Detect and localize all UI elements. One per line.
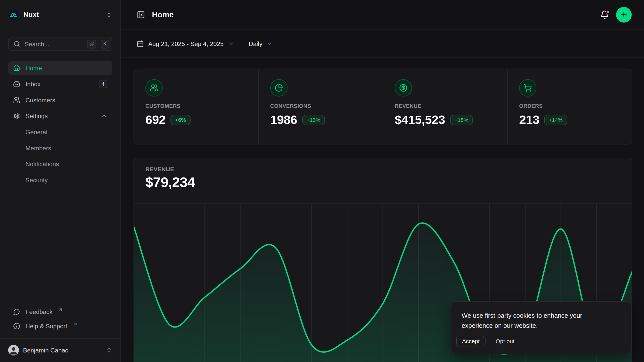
team-switcher[interactable]: Nuxt <box>8 6 112 24</box>
nuxt-logo-icon <box>8 10 19 20</box>
filters-toolbar: Aug 21, 2025 - Sep 4, 2025 Daily <box>121 30 644 57</box>
stat-label: CUSTOMERS <box>145 103 247 109</box>
app-window: Nuxt Search... ⌘ K Home <box>0 0 644 362</box>
sub-item-label: Security <box>25 176 48 184</box>
opt-out-button[interactable]: Opt out <box>493 337 517 345</box>
granularity-select[interactable]: Daily <box>249 40 272 47</box>
stat-label: CONVERSIONS <box>270 103 371 109</box>
help-support-label: Help & Support <box>25 323 67 330</box>
notification-dot <box>606 10 610 14</box>
sidebar-item-label: Inbox <box>25 80 41 87</box>
home-icon <box>13 64 20 71</box>
message-bubble-icon <box>13 308 20 315</box>
stat-card-customers: CUSTOMERS 692 +6% <box>134 69 258 144</box>
sidebar-nav: Home Inbox 4 Customers Settings <box>0 51 120 187</box>
stat-value: $415,523 <box>395 113 445 127</box>
stat-value: 1986 <box>270 113 297 127</box>
add-button[interactable] <box>616 7 632 23</box>
gear-icon <box>13 112 20 119</box>
revenue-panel-label: REVENUE <box>145 166 620 172</box>
avatar <box>8 345 19 355</box>
sidebar-item-home[interactable]: Home <box>8 61 112 75</box>
sidebar-item-label: Settings <box>25 112 48 119</box>
brand-name: Nuxt <box>23 11 101 19</box>
divider <box>0 338 120 339</box>
feedback-link[interactable]: Feedback <box>8 304 112 319</box>
help-support-link[interactable]: Help & Support <box>8 319 112 333</box>
sidebar: Nuxt Search... ⌘ K Home <box>0 0 121 362</box>
external-link-icon <box>58 307 63 312</box>
cookie-message-line1: We use first-party cookies to enhance yo… <box>462 310 621 321</box>
kbd-meta: ⌘ <box>87 40 96 48</box>
delta-badge: +6% <box>171 115 190 125</box>
users-icon <box>145 79 163 97</box>
pie-chart-icon <box>270 79 288 97</box>
chevrons-up-down-icon <box>106 12 112 18</box>
stat-value: 692 <box>145 113 166 127</box>
circle-dollar-icon <box>395 79 412 97</box>
chevron-down-icon <box>228 40 234 47</box>
delta-badge: +18% <box>450 115 473 125</box>
sidebar-item-label: Home <box>25 64 42 71</box>
accept-button[interactable]: Accept <box>456 336 486 346</box>
user-name: Benjamin Canac <box>23 347 102 354</box>
search-icon <box>14 41 20 47</box>
cookie-banner: We use first-party cookies to enhance yo… <box>451 301 632 354</box>
sidebar-item-inbox[interactable]: Inbox 4 <box>8 77 112 91</box>
external-link-icon <box>73 322 77 326</box>
feedback-label: Feedback <box>25 308 53 315</box>
calendar-icon <box>137 40 144 47</box>
date-range-label: Aug 21, 2025 - Sep 4, 2025 <box>148 40 224 47</box>
chevron-down-icon <box>266 40 272 47</box>
sub-item-label: General <box>25 128 47 135</box>
search-placeholder: Search... <box>25 40 83 48</box>
page-header: Home <box>121 0 644 30</box>
sidebar-item-notifications[interactable]: Notifications <box>8 157 112 171</box>
stat-value: 213 <box>519 113 539 127</box>
granularity-label: Daily <box>249 40 262 47</box>
info-circle-icon <box>13 323 20 330</box>
cookie-message-line2: experience on our website. <box>462 321 621 331</box>
stat-label: ORDERS <box>519 103 620 109</box>
chevron-up-icon <box>101 113 107 119</box>
delta-badge: +14% <box>544 115 567 125</box>
sidebar-collapse-icon[interactable] <box>137 11 145 19</box>
user-menu-button[interactable]: Benjamin Canac <box>8 342 112 358</box>
sidebar-item-customers[interactable]: Customers <box>8 93 112 107</box>
page-title: Home <box>152 10 174 19</box>
sidebar-item-general[interactable]: General <box>8 125 112 139</box>
notifications-button[interactable] <box>600 10 609 19</box>
date-range-picker[interactable]: Aug 21, 2025 - Sep 4, 2025 <box>137 40 234 47</box>
shopping-cart-icon <box>519 79 537 97</box>
inbox-icon <box>13 80 20 87</box>
stat-label: REVENUE <box>395 103 496 109</box>
kbd-k: K <box>101 40 109 48</box>
users-icon <box>13 97 20 104</box>
stat-card-revenue: REVENUE $415,523 +18% <box>383 69 507 144</box>
sidebar-item-security[interactable]: Security <box>8 173 112 187</box>
search-input[interactable]: Search... ⌘ K <box>8 37 112 51</box>
chevrons-up-down-icon <box>106 347 112 353</box>
stat-card-conversions: CONVERSIONS 1986 +13% <box>258 69 383 144</box>
delta-badge: +13% <box>302 115 325 125</box>
sub-item-label: Members <box>25 145 51 152</box>
plus-icon <box>620 11 628 19</box>
sidebar-item-members[interactable]: Members <box>8 141 112 155</box>
sidebar-item-label: Customers <box>25 97 55 104</box>
stat-card-orders: ORDERS 213 +14% <box>507 69 632 144</box>
sidebar-footer: Feedback Help & Support Benjamin <box>0 304 120 362</box>
revenue-panel-value: $79,234 <box>145 174 620 191</box>
sidebar-item-settings[interactable]: Settings <box>8 109 112 123</box>
sub-item-label: Notifications <box>25 160 59 167</box>
stats-row: CUSTOMERS 692 +6% CONVERSIONS 1986 +13% <box>134 69 632 145</box>
inbox-count-badge: 4 <box>99 80 107 88</box>
